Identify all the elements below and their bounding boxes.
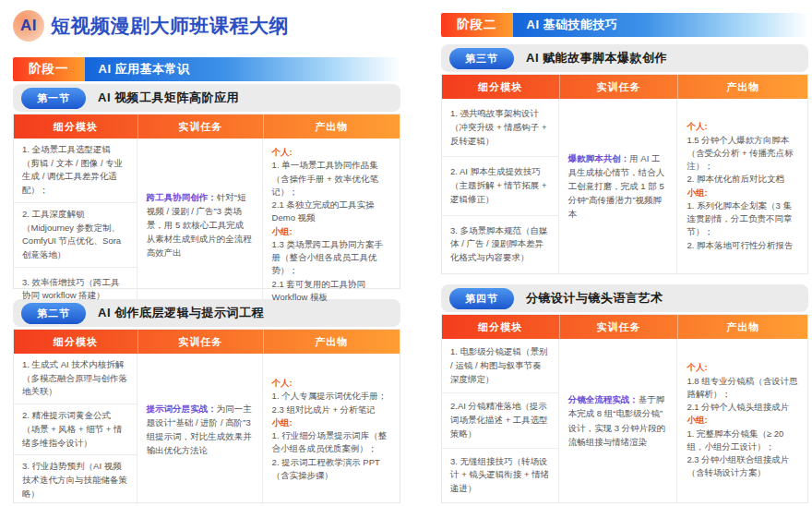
column-header-task: 实训任务 <box>137 330 263 354</box>
section-3-header: 第三节 AI 赋能故事脚本爆款创作 <box>441 44 808 72</box>
section-4: 第四节 分镜设计与镜头语言艺术 细分模块 实训任务 产出物 1. 电影级分镜逻辑… <box>441 284 808 503</box>
module-cell: 3. 无缝组接技巧（转场设计 + 镜头逻辑衔接 + 情绪递进） <box>442 449 558 502</box>
phase-1-title: AI 应用基本常识 <box>85 57 401 81</box>
right-column: 阶段二 AI 基础技能技巧 第三节 AI 赋能故事脚本爆款创作 细分模块 实训任… <box>441 9 808 503</box>
table-header-row: 细分模块 实训任务 产出物 <box>442 315 807 339</box>
module-cell: 2. 工具深度解锁（Midjourney 参数定制、ComfyUI 节点优化、S… <box>14 203 137 268</box>
output-group-label: 个人: <box>687 361 798 374</box>
task-cell: 跨工具协同创作：针对“短视频 / 漫剧 / 广告”3 类场景，用 5 款核心工具… <box>137 139 263 311</box>
column-header-modules: 细分模块 <box>442 315 559 339</box>
modules-column: 1. 生成式 AI 技术内核拆解（多模态融合原理与创作落地关联） 2. 精准提示… <box>14 354 137 505</box>
module-cell: 2. AI 脚本生成提效技巧（主题拆解 + 情节拓展 + 逻辑修正） <box>442 157 558 215</box>
column-header-modules: 细分模块 <box>442 75 559 99</box>
column-header-task: 实训任务 <box>559 75 678 99</box>
output-group-label: 个人: <box>687 120 798 133</box>
page-title: 短视频漫剧大师班课程大纲 <box>51 13 289 39</box>
output-item: 2. 脚本落地可行性分析报告 <box>687 239 798 252</box>
section-4-badge: 第四节 <box>449 288 514 309</box>
section-1-header: 第一节 AI 视频工具矩阵高阶应用 <box>13 84 400 112</box>
outputs-cell: 个人: 1.5 分钟个人爆款方向脚本（含受众分析 + 传播亮点标注）； 2. 脚… <box>677 99 807 273</box>
outputs-cell: 个人: 1. 单一场景工具协同作品集（含操作手册 + 效率优化笔记）； 2.1 … <box>263 139 400 311</box>
section-4-title: 分镜设计与镜头语言艺术 <box>526 290 663 307</box>
module-cell: 2. 精准提示词黄金公式（场景 + 风格 + 细节 + 情绪多维指令设计） <box>14 404 137 455</box>
section-3: 第三节 AI 赋能故事脚本爆款创作 细分模块 实训任务 产出物 1. 强共鸣故事… <box>441 44 808 274</box>
table-header-row: 细分模块 实训任务 产出物 <box>14 330 400 354</box>
output-item: 1.3 类场景跨工具协同方案手册（整合小组各成员工具优势）； <box>272 238 390 278</box>
output-item: 2.3 组对比成片 + 分析笔记 <box>272 404 390 416</box>
section-2: 第二节 AI 创作底层逻辑与提示词工程 细分模块 实训任务 产出物 1. 生成式… <box>13 299 400 503</box>
column-header-modules: 细分模块 <box>14 330 137 354</box>
section-1-table: 细分模块 实训任务 产出物 1. 全场景工具选型逻辑（剪辑 / 文本 / 图像 … <box>13 114 400 289</box>
output-group-label: 小组: <box>272 225 390 238</box>
column-header-output: 产出物 <box>677 315 807 339</box>
section-3-badge: 第三节 <box>449 48 514 69</box>
output-item: 2.3 分钟小组联合组接成片（含转场设计方案） <box>687 453 798 480</box>
output-item: 1. 完整脚本分镜集（≥ 20 组，小组分工设计）； <box>687 428 798 454</box>
task-lead: 提示词分层实战： <box>147 404 217 414</box>
output-item: 2.1 条独立完成的工具实操 Demo 视频 <box>272 199 390 225</box>
phase-2-badge: 阶段二 <box>441 13 513 37</box>
phase-1-badge: 阶段一 <box>13 57 85 81</box>
module-cell: 1. 全场景工具选型逻辑（剪辑 / 文本 / 图像 / 专业生成 / 调优工具差… <box>14 139 137 203</box>
phase-2-bar: 阶段二 AI 基础技能技巧 <box>441 13 808 37</box>
column-header-output: 产出物 <box>263 330 400 354</box>
modules-column: 1. 电影级分镜逻辑（景别 / 运镜 / 构图与叙事节奏深度绑定） 2.AI 分… <box>442 339 559 502</box>
task-cell: 爆款脚本共创：用 AI 工具生成核心情节，结合人工创意打磨，完成 1 部 5 分… <box>559 99 678 273</box>
column-header-output: 产出物 <box>263 114 400 139</box>
module-cell: 1. 生成式 AI 技术内核拆解（多模态融合原理与创作落地关联） <box>14 354 137 404</box>
section-4-table: 细分模块 实训任务 产出物 1. 电影级分镜逻辑（景别 / 运镜 / 构图与叙事… <box>441 314 808 503</box>
module-cell: 3. 多场景脚本规范（自媒体 / 广告 / 漫剧脚本差异化格式与内容要求） <box>442 216 558 273</box>
output-item: 1. 系列化脚本企划案（3 集连贯剧情，分工负责不同章节）； <box>687 199 798 239</box>
section-1: 第一节 AI 视频工具矩阵高阶应用 细分模块 实训任务 产出物 1. 全场景工具… <box>13 84 400 289</box>
module-cell: 1. 强共鸣故事架构设计（冲突升级 + 情感钩子 + 反转逻辑） <box>442 99 558 157</box>
table-body: 1. 全场景工具选型逻辑（剪辑 / 文本 / 图像 / 专业生成 / 调优工具差… <box>14 139 400 288</box>
task-cell: 分镜全流程实战：基于脚本完成 8 组“电影级分镜”设计，实现 3 分钟片段的流畅… <box>559 339 678 502</box>
output-item: 2. 脚本优化前后对比文档 <box>687 173 798 186</box>
output-item: 2.1 套可复用的工具协同 Workflow 模板 <box>272 278 390 305</box>
section-1-title: AI 视频工具矩阵高阶应用 <box>98 90 239 106</box>
column-header-task: 实训任务 <box>137 114 263 139</box>
column-header-modules: 细分模块 <box>14 114 137 139</box>
page-title-row: AI 短视频漫剧大师班课程大纲 <box>13 9 400 42</box>
section-3-table: 细分模块 实训任务 产出物 1. 强共鸣故事架构设计（冲突升级 + 情感钩子 +… <box>441 74 808 274</box>
section-2-badge: 第二节 <box>21 303 86 324</box>
task-lead: 跨工具协同创作： <box>147 192 217 202</box>
output-item: 1. 单一场景工具协同作品集（含操作手册 + 效率优化笔记）； <box>272 159 390 199</box>
task-cell: 提示词分层实战：为同一主题设计“基础 / 进阶 / 高阶”3 组提示词，对比生成… <box>137 354 263 505</box>
task-lead: 爆款脚本共创： <box>568 153 630 163</box>
section-2-title: AI 创作底层逻辑与提示词工程 <box>98 305 264 321</box>
output-group-label: 小组: <box>687 414 798 427</box>
module-cell: 1. 电影级分镜逻辑（景别 / 运镜 / 构图与叙事节奏深度绑定） <box>442 339 558 393</box>
course-outline-page: AI 短视频漫剧大师班课程大纲 阶段一 AI 应用基本常识 第一节 AI 视频工… <box>0 0 812 503</box>
table-header-row: 细分模块 实训任务 产出物 <box>442 75 807 99</box>
phase-1-bar: 阶段一 AI 应用基本常识 <box>13 57 400 81</box>
section-2-table: 细分模块 实训任务 产出物 1. 生成式 AI 技术内核拆解（多模态融合原理与创… <box>13 329 400 503</box>
column-header-task: 实训任务 <box>559 315 678 339</box>
section-1-badge: 第一节 <box>21 88 86 109</box>
output-group-label: 小组: <box>687 187 798 199</box>
output-item: 2.1 分钟个人镜头组接成片 <box>687 401 798 414</box>
modules-column: 1. 全场景工具选型逻辑（剪辑 / 文本 / 图像 / 专业生成 / 调优工具差… <box>14 139 137 311</box>
modules-column: 1. 强共鸣故事架构设计（冲突升级 + 情感钩子 + 反转逻辑） 2. AI 脚… <box>442 99 559 273</box>
outputs-cell: 个人: 1. 个人专属提示词优化手册； 2.3 组对比成片 + 分析笔记 小组:… <box>263 354 400 505</box>
output-group-label: 个人: <box>272 146 390 159</box>
table-body: 1. 电影级分镜逻辑（景别 / 运镜 / 构图与叙事节奏深度绑定） 2.AI 分… <box>442 339 807 502</box>
table-header-row: 细分模块 实训任务 产出物 <box>14 114 400 139</box>
phase-2-title: AI 基础技能技巧 <box>513 13 809 37</box>
outputs-cell: 个人: 1.8 组专业分镜稿（含设计思路解析）； 2.1 分钟个人镜头组接成片 … <box>677 339 807 502</box>
module-cell: 2.AI 分镜精准落地（提示词场景化描述 + 工具选型策略） <box>442 393 558 448</box>
output-group-label: 个人: <box>272 377 390 390</box>
ai-logo-icon: AI <box>13 10 44 42</box>
output-item: 1. 个人专属提示词优化手册； <box>272 390 390 403</box>
module-cell: 3. 行业趋势预判（AI 视频技术迭代方向与技能储备策略） <box>14 455 137 505</box>
column-header-output: 产出物 <box>677 75 807 99</box>
table-body: 1. 生成式 AI 技术内核拆解（多模态融合原理与创作落地关联） 2. 精准提示… <box>14 354 400 502</box>
table-body: 1. 强共鸣故事架构设计（冲突升级 + 情感钩子 + 反转逻辑） 2. AI 脚… <box>442 99 807 273</box>
output-item: 2. 提示词工程教学演示 PPT（含实操步骤） <box>272 456 390 483</box>
section-3-title: AI 赋能故事脚本爆款创作 <box>526 50 667 66</box>
task-lead: 分镜全流程实战： <box>568 394 639 404</box>
section-4-header: 第四节 分镜设计与镜头语言艺术 <box>441 284 808 312</box>
output-item: 1.8 组专业分镜稿（含设计思路解析）； <box>687 375 798 402</box>
left-column: AI 短视频漫剧大师班课程大纲 阶段一 AI 应用基本常识 第一节 AI 视频工… <box>13 9 400 503</box>
output-group-label: 小组: <box>272 416 390 429</box>
